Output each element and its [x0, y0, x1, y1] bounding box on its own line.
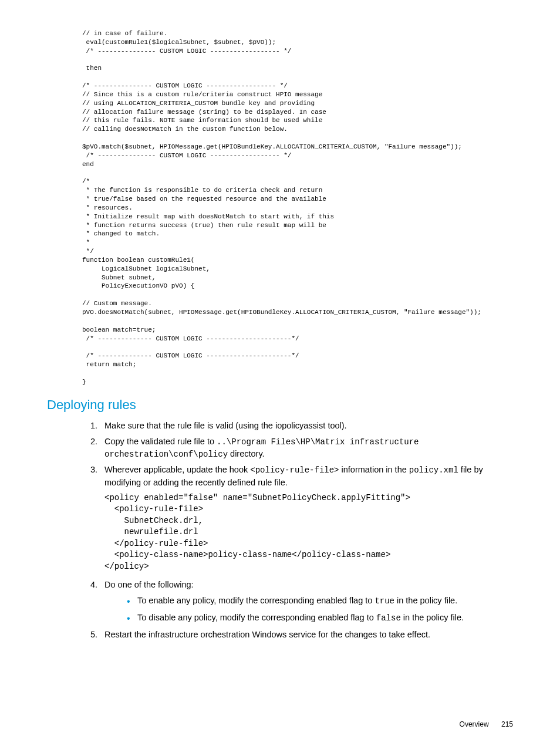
page-footer: Overview 215: [460, 720, 513, 728]
bullet-1-text-a: To enable any policy, modify the corresp…: [137, 596, 375, 605]
ordered-list: Make sure that the rule file is valid (u…: [82, 420, 513, 642]
list-item-1-text: Make sure that the rule file is valid (u…: [104, 421, 347, 430]
list-item-3-text-b: information in the: [339, 465, 409, 474]
section-heading-deploying-rules: Deploying rules: [47, 397, 513, 413]
bullet-2-code: false: [376, 613, 401, 623]
document-page: // in case of failure. eval(customRule1(…: [0, 0, 560, 746]
list-item-3-code2: policy.xml: [409, 465, 458, 475]
bullet-item-2: To disable any policy, modify the corres…: [127, 612, 513, 624]
list-item-2-text-a: Copy the validated rule file to: [104, 437, 217, 446]
list-item-5-text: Restart the infrastructure orchestration…: [104, 630, 430, 639]
list-item-3-text-a: Wherever applicable, update the hook: [104, 465, 250, 474]
bullet-2-text-a: To disable any policy, modify the corres…: [137, 613, 376, 622]
footer-page-number: 215: [501, 720, 513, 728]
footer-label: Overview: [460, 720, 489, 728]
list-item-5: Restart the infrastructure orchestration…: [100, 629, 513, 641]
list-item-2-text-b: directory.: [228, 449, 265, 458]
bullet-item-1: To enable any policy, modify the corresp…: [127, 595, 513, 607]
code-block-top: // in case of failure. eval(customRule1(…: [82, 29, 513, 387]
list-item-3-codeblock: <policy enabled="false" name="SubnetPoli…: [104, 492, 513, 573]
bullet-1-text-b: in the policy file.: [394, 596, 457, 605]
list-item-2: Copy the validated rule file to ..\Progr…: [100, 436, 513, 461]
bullet-1-code: true: [375, 596, 394, 606]
list-item-4: Do one of the following: To enable any p…: [100, 579, 513, 625]
list-item-3: Wherever applicable, update the hook <po…: [100, 464, 513, 572]
bullet-list: To enable any policy, modify the corresp…: [104, 595, 513, 625]
list-item-1: Make sure that the rule file is valid (u…: [100, 420, 513, 432]
bullet-2-text-b: in the policy file.: [401, 613, 464, 622]
list-item-3-code: <policy-rule-file>: [250, 465, 339, 475]
list-item-4-text: Do one of the following:: [104, 580, 194, 589]
